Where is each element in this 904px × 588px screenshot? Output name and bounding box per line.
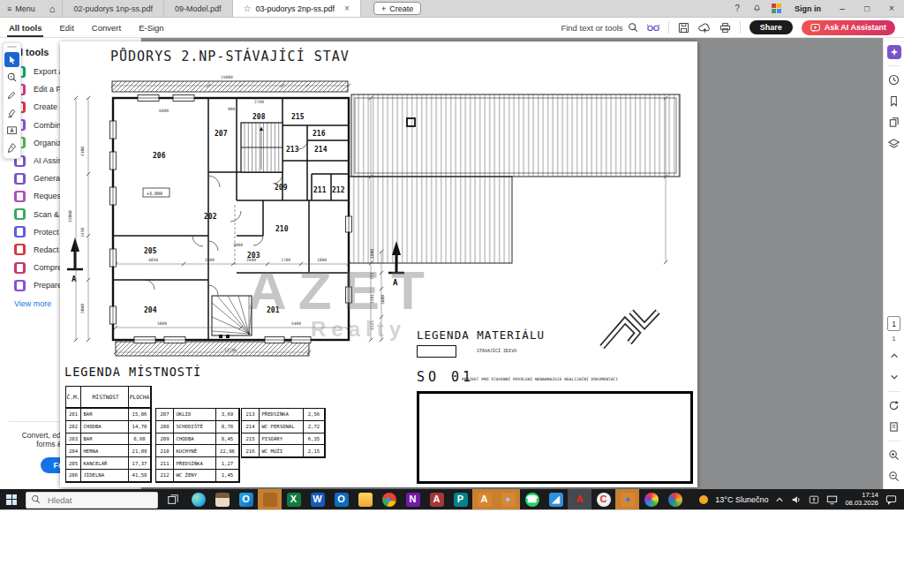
- clock[interactable]: 17:14 08.03.2026: [845, 492, 878, 507]
- bell-icon[interactable]: [747, 3, 766, 14]
- legend-cell: BAR: [81, 433, 129, 446]
- ai-assistant-icon[interactable]: [887, 45, 901, 59]
- title-block-note: PROJEKT PRO STAVEBNÍ POVOLENÍ NENAHRAZUJ…: [462, 377, 618, 381]
- select-tool-button[interactable]: [4, 52, 19, 67]
- home-icon: ⌂: [49, 4, 56, 14]
- previous-page-chevron-icon[interactable]: [886, 348, 902, 364]
- close-button[interactable]: ×: [879, 0, 904, 17]
- tab-document-3-active[interactable]: ☆ 03-pudorys 2np-ss.pdf ×: [233, 0, 361, 17]
- network-icon[interactable]: [826, 494, 838, 505]
- file-explorer-taskbar-button[interactable]: [353, 489, 377, 509]
- history-icon[interactable]: [886, 72, 902, 87]
- nav-convert[interactable]: Convert: [83, 18, 130, 37]
- edge-taskbar-button[interactable]: [186, 489, 210, 509]
- photos-taskbar-button[interactable]: ◢: [544, 489, 568, 509]
- access-icon: A: [430, 493, 444, 507]
- paint-taskbar-button[interactable]: [639, 489, 663, 509]
- weather-temp[interactable]: 13°C Slunečno: [715, 495, 768, 504]
- layers-icon[interactable]: [886, 135, 902, 151]
- volume-icon[interactable]: [791, 494, 802, 505]
- briefcase-taskbar-button[interactable]: [210, 489, 234, 509]
- next-page-chevron-icon[interactable]: [886, 369, 902, 385]
- notification-center-icon[interactable]: [885, 494, 897, 505]
- drag-handle[interactable]: [7, 46, 17, 48]
- task-view-button[interactable]: [162, 489, 185, 509]
- nav-edit[interactable]: Edit: [50, 18, 82, 37]
- nav-esign[interactable]: E-Sign: [130, 18, 173, 37]
- app-switcher-icon[interactable]: [766, 4, 786, 14]
- maximize-button[interactable]: □: [855, 0, 879, 17]
- share-button[interactable]: Share: [750, 20, 793, 34]
- onenote-taskbar-button[interactable]: N: [401, 489, 425, 509]
- rotate-page-icon[interactable]: [886, 397, 902, 413]
- page-number-input[interactable]: 1: [887, 316, 900, 331]
- whatsapp-taskbar-button[interactable]: ☎: [520, 489, 544, 509]
- room-legend-title: LEGENDA MÍSTNOSTÍ: [64, 365, 201, 379]
- hidden-icons-chevron[interactable]: [775, 495, 784, 504]
- help-icon[interactable]: ?: [727, 4, 747, 13]
- search-icon: [628, 22, 638, 33]
- section-marker-left: [67, 237, 83, 269]
- minimize-button[interactable]: –: [830, 0, 855, 17]
- room-label-216: 216: [313, 130, 326, 138]
- pdf-page[interactable]: PŮDORYS 2.NP-STÁVAJÍCÍ STAV: [60, 41, 697, 487]
- app-swirl-taskbar-button[interactable]: [663, 489, 687, 509]
- drawing-title: PŮDORYS 2.NP-STÁVAJÍCÍ STAV: [110, 49, 350, 64]
- create-button[interactable]: + Create: [373, 2, 421, 15]
- window-symbol: [346, 287, 352, 303]
- acrobat-taskbar-button[interactable]: A: [568, 489, 591, 509]
- room-label-211: 211: [313, 186, 327, 194]
- page-thumbnails-icon[interactable]: [886, 114, 902, 130]
- nav-all-tools[interactable]: All tools: [0, 18, 50, 37]
- zoom-out-icon[interactable]: [886, 468, 902, 484]
- weather-sun-icon[interactable]: [699, 495, 708, 504]
- app-orange-person-taskbar-button[interactable]: ●: [615, 489, 639, 509]
- home-button[interactable]: ⌂: [42, 0, 64, 17]
- save-icon[interactable]: [678, 22, 689, 34]
- highlighter-button[interactable]: [4, 105, 19, 120]
- publisher-taskbar-button[interactable]: P: [448, 489, 472, 509]
- taskbar-search-input[interactable]: [26, 492, 158, 509]
- word-icon: W: [311, 493, 325, 507]
- tab-document-2[interactable]: 09-Model.pdf: [164, 0, 233, 17]
- elevation-marker: +3.800: [143, 188, 170, 197]
- word-taskbar-button[interactable]: W: [305, 489, 329, 509]
- reading-glasses-icon[interactable]: [647, 22, 659, 33]
- app-orange-clock-taskbar-button[interactable]: ●: [496, 489, 520, 509]
- chrome-taskbar-button[interactable]: ●: [377, 489, 401, 509]
- legend-header-cell: Č.M.: [66, 387, 81, 408]
- request-e-signatures-icon: [14, 191, 26, 202]
- ask-ai-assistant-button[interactable]: Ask AI Assistant: [802, 20, 895, 35]
- add-text-button[interactable]: [4, 123, 19, 138]
- page-view-icon[interactable]: [886, 418, 902, 434]
- app-orange-taskbar-button[interactable]: [258, 489, 282, 509]
- annotate-pen-button[interactable]: [4, 87, 19, 102]
- close-tab-icon[interactable]: ×: [344, 4, 350, 13]
- app-orange-a-taskbar-button[interactable]: A: [472, 489, 496, 509]
- tab-document-1[interactable]: 02-pudorys 1np-ss.pdf: [63, 0, 164, 17]
- dimension-label: 900: [228, 107, 236, 111]
- sign-in-button[interactable]: Sign in: [795, 4, 821, 13]
- zoom-in-icon[interactable]: [886, 447, 902, 463]
- cloud-upload-icon[interactable]: [698, 22, 711, 34]
- outlook-classic-taskbar-button[interactable]: O: [329, 489, 353, 509]
- access-taskbar-button[interactable]: A: [425, 489, 448, 509]
- outlook-new-taskbar-button[interactable]: O: [234, 489, 258, 509]
- menu-button[interactable]: ≡ Menu: [0, 0, 42, 17]
- start-button[interactable]: [0, 489, 23, 509]
- fill-sign-button[interactable]: [4, 140, 19, 155]
- window-symbol: [164, 337, 185, 343]
- find-tools-button[interactable]: Find text or tools: [561, 22, 637, 33]
- dimension-label: 5400: [291, 321, 301, 326]
- room-label-212: 212: [332, 186, 345, 194]
- page-total: 1: [892, 335, 895, 343]
- bookmark-icon[interactable]: [886, 93, 902, 109]
- print-icon[interactable]: [719, 22, 731, 34]
- star-icon[interactable]: ☆: [244, 4, 252, 13]
- excel-taskbar-button[interactable]: X: [282, 489, 305, 509]
- onedrive-sync-icon[interactable]: [809, 494, 819, 505]
- app-c-taskbar-button[interactable]: C: [591, 489, 615, 509]
- legend-cell: 21,09: [129, 445, 151, 457]
- zoom-tool-button[interactable]: [4, 70, 19, 85]
- window-symbol: [173, 95, 194, 102]
